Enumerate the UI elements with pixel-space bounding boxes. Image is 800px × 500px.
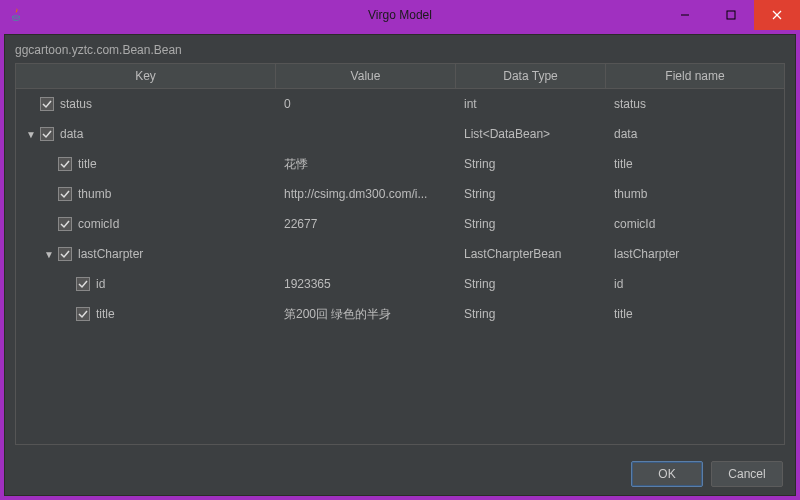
header-key[interactable]: Key	[16, 64, 276, 88]
cell-datatype: String	[456, 187, 606, 201]
client-area: ggcartoon.yztc.com.Bean.Bean Key Value D…	[0, 30, 800, 500]
java-app-icon	[8, 7, 24, 23]
cell-value: 花悸	[276, 156, 456, 173]
table-row[interactable]: ▶comicId22677StringcomicId	[16, 209, 784, 239]
close-icon	[772, 10, 782, 20]
cell-key: ▶thumb	[16, 187, 276, 201]
cell-datatype: String	[456, 157, 606, 171]
table-row[interactable]: ▼lastCharpterLastCharpterBeanlastCharpte…	[16, 239, 784, 269]
header-datatype[interactable]: Data Type	[456, 64, 606, 88]
cell-key: ▶id	[16, 277, 276, 291]
cell-key: ▼lastCharpter	[16, 247, 276, 261]
cell-value: 1923365	[276, 277, 456, 291]
ok-button[interactable]: OK	[631, 461, 703, 487]
row-checkbox[interactable]	[76, 277, 90, 291]
expander-icon[interactable]: ▼	[42, 247, 56, 261]
minimize-icon	[680, 10, 690, 20]
cell-value: 22677	[276, 217, 456, 231]
row-checkbox[interactable]	[58, 187, 72, 201]
svg-point-0	[12, 16, 20, 18]
button-bar: OK Cancel	[5, 453, 795, 495]
table-body: ▶status0intstatus▼dataList<DataBean>data…	[16, 89, 784, 444]
table-row[interactable]: ▶title第200回 绿色的半身Stringtitle	[16, 299, 784, 329]
bean-path: ggcartoon.yztc.com.Bean.Bean	[5, 35, 795, 63]
titlebar[interactable]: Virgo Model	[0, 0, 800, 30]
cell-fieldname: thumb	[606, 187, 784, 201]
row-checkbox[interactable]	[58, 217, 72, 231]
row-checkbox[interactable]	[76, 307, 90, 321]
header-value[interactable]: Value	[276, 64, 456, 88]
svg-rect-2	[727, 11, 735, 19]
key-label: comicId	[78, 217, 119, 231]
row-checkbox[interactable]	[58, 247, 72, 261]
key-label: status	[60, 97, 92, 111]
cell-value: 第200回 绿色的半身	[276, 306, 456, 323]
cell-fieldname: id	[606, 277, 784, 291]
table-row[interactable]: ▶title花悸Stringtitle	[16, 149, 784, 179]
cell-key: ▼data	[16, 127, 276, 141]
key-label: thumb	[78, 187, 111, 201]
cell-datatype: int	[456, 97, 606, 111]
cell-fieldname: data	[606, 127, 784, 141]
cell-datatype: String	[456, 307, 606, 321]
table-row[interactable]: ▶status0intstatus	[16, 89, 784, 119]
cell-fieldname: title	[606, 157, 784, 171]
cell-value: http://csimg.dm300.com/i...	[276, 187, 456, 201]
maximize-icon	[726, 10, 736, 20]
table-row[interactable]: ▶id1923365Stringid	[16, 269, 784, 299]
cell-fieldname: status	[606, 97, 784, 111]
row-checkbox[interactable]	[40, 127, 54, 141]
cell-fieldname: title	[606, 307, 784, 321]
cell-value: 0	[276, 97, 456, 111]
cell-fieldname: lastCharpter	[606, 247, 784, 261]
cell-key: ▶status	[16, 97, 276, 111]
expander-icon[interactable]: ▼	[24, 127, 38, 141]
row-checkbox[interactable]	[40, 97, 54, 111]
cell-datatype: List<DataBean>	[456, 127, 606, 141]
key-label: id	[96, 277, 105, 291]
dialog-window: Virgo Model ggcartoon.yztc.com.Bean.Bean…	[0, 0, 800, 500]
close-button[interactable]	[754, 0, 800, 30]
header-fieldname[interactable]: Field name	[606, 64, 784, 88]
table-row[interactable]: ▼dataList<DataBean>data	[16, 119, 784, 149]
maximize-button[interactable]	[708, 0, 754, 30]
dialog-body: ggcartoon.yztc.com.Bean.Bean Key Value D…	[4, 34, 796, 496]
cell-datatype: String	[456, 217, 606, 231]
minimize-button[interactable]	[662, 0, 708, 30]
cell-datatype: String	[456, 277, 606, 291]
table-header: Key Value Data Type Field name	[16, 64, 784, 89]
row-checkbox[interactable]	[58, 157, 72, 171]
window-controls	[662, 0, 800, 30]
key-label: lastCharpter	[78, 247, 143, 261]
cell-key: ▶comicId	[16, 217, 276, 231]
key-label: title	[96, 307, 115, 321]
tree-table: Key Value Data Type Field name ▶status0i…	[15, 63, 785, 445]
table-row[interactable]: ▶thumbhttp://csimg.dm300.com/i...Stringt…	[16, 179, 784, 209]
cell-fieldname: comicId	[606, 217, 784, 231]
cell-key: ▶title	[16, 157, 276, 171]
cancel-button[interactable]: Cancel	[711, 461, 783, 487]
window-title: Virgo Model	[368, 8, 432, 22]
cell-datatype: LastCharpterBean	[456, 247, 606, 261]
key-label: data	[60, 127, 83, 141]
cell-key: ▶title	[16, 307, 276, 321]
key-label: title	[78, 157, 97, 171]
